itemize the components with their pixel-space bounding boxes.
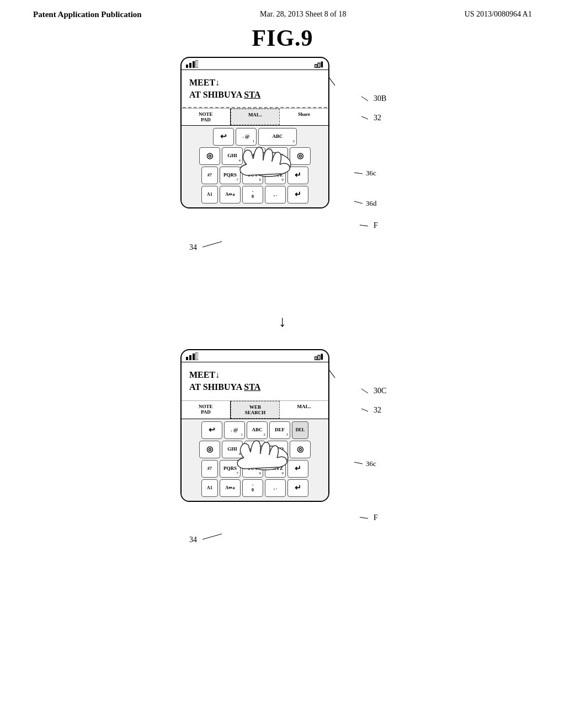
key-del-30c[interactable]: DEL: [292, 421, 308, 439]
keyboard-30c: ↩ . @1 ABC2 DEF3 DEL ◎ GHI4 JKL5 MNO6 ◎: [182, 419, 328, 501]
key-backspace-30c[interactable]: ↵: [287, 479, 308, 497]
svg-text:F: F: [374, 513, 378, 522]
wifi-icon-30c: [314, 352, 324, 360]
svg-rect-63: [318, 355, 320, 360]
key-zero-30c[interactable]: -0: [242, 479, 263, 497]
key-back[interactable]: ↩: [213, 128, 234, 146]
tab-mail-30c[interactable]: MAI...: [280, 401, 328, 419]
diagram-30b: 43 42 44 30B 32 2 36b 36c 36a: [147, 57, 418, 294]
key-hash[interactable]: #?: [201, 167, 218, 184]
key-shift[interactable]: A⇔a: [220, 186, 241, 204]
key-comma-30c[interactable]: , .: [265, 479, 286, 497]
svg-line-25: [202, 242, 222, 247]
key-abc-30c[interactable]: ABC2: [247, 421, 268, 439]
key-circle-left-30c[interactable]: ◎: [199, 441, 220, 458]
key-circle-left[interactable]: ◎: [199, 147, 220, 165]
phone-30b: MEET↓AT SHIBUYA STA NOTEPAD MAI... Share: [180, 57, 329, 208]
key-enter-30c[interactable]: ↵: [287, 460, 308, 478]
key-tuv-30c[interactable]: TUV8: [242, 460, 263, 478]
diagrams-container: 43 42 44 30B 32 2 36b 36c 36a: [0, 57, 565, 586]
svg-rect-61: [196, 352, 198, 360]
svg-text:30C: 30C: [374, 387, 386, 395]
svg-line-21: [354, 201, 363, 204]
key-wxyz-30c[interactable]: WXYZ9: [265, 460, 286, 478]
svg-rect-59: [189, 355, 191, 360]
tab-websearch[interactable]: WEBSEARCH: [231, 401, 280, 419]
key-ghi-30c[interactable]: GHI4: [222, 441, 243, 458]
kb-row-4-30c: A1 A⇔a -0 , . ↵: [184, 479, 326, 497]
header-right: US 2013/0080964 A1: [465, 10, 532, 19]
key-dot-at[interactable]: . @1: [236, 128, 257, 146]
keyboard-30b: ↩ . @1 ABC2 ◎ GHI4 JKL5 MNO6 ◎ #?: [182, 126, 328, 207]
key-back-30c[interactable]: ↩: [201, 421, 222, 439]
svg-text:F: F: [374, 221, 378, 229]
header-left: Patent Application Publication: [33, 10, 142, 19]
tab-mail[interactable]: MAI...: [231, 109, 280, 125]
svg-rect-60: [193, 354, 195, 360]
tab-bar-30c[interactable]: NOTEPAD WEBSEARCH MAI...: [182, 401, 328, 419]
kb-row-2-30b: ◎ GHI4 JKL5 MNO6 ◎: [184, 147, 326, 165]
tab-notepad-30c[interactable]: NOTEPAD: [182, 401, 231, 419]
svg-line-7: [361, 97, 368, 101]
key-enter-top[interactable]: ↵: [287, 167, 308, 184]
status-bar-30b: [182, 58, 328, 70]
swipe-indicator-top: [183, 107, 327, 108]
svg-text:34: 34: [189, 536, 197, 544]
figure-title: FIG.9: [0, 25, 565, 51]
key-ghi[interactable]: GHI4: [222, 147, 243, 165]
svg-rect-30: [315, 64, 317, 67]
svg-text:32: 32: [374, 406, 381, 414]
tab-area-30c[interactable]: NOTEPAD WEBSEARCH MAI...: [182, 401, 328, 419]
kb-row-3-30b: #? PQRS7 TUV8 WXYZ9 ↵: [184, 167, 326, 184]
key-def-30c[interactable]: DEF3: [269, 421, 290, 439]
key-tuv[interactable]: TUV8: [242, 167, 263, 184]
svg-text:34: 34: [189, 243, 197, 251]
tab-bar-30b[interactable]: NOTEPAD MAI... Share: [182, 109, 328, 126]
svg-line-49: [354, 462, 363, 464]
svg-rect-58: [186, 357, 188, 360]
kb-row-4-30b: A1 A⇔a -0 , . ↵: [184, 186, 326, 204]
kb-row-1-30c: ↩ . @1 ABC2 DEF3 DEL: [184, 421, 326, 439]
svg-text:30B: 30B: [374, 94, 386, 103]
svg-rect-28: [193, 61, 195, 68]
key-a1-30c[interactable]: A1: [201, 479, 218, 497]
svg-rect-64: [321, 354, 323, 360]
key-jkl[interactable]: JKL5: [244, 147, 265, 165]
svg-text:36c: 36c: [366, 169, 376, 177]
key-zero[interactable]: -0: [242, 186, 263, 204]
tab-area-30b[interactable]: NOTEPAD MAI... Share: [182, 109, 328, 126]
svg-text:32: 32: [374, 114, 381, 122]
svg-rect-29: [196, 60, 198, 68]
key-a1[interactable]: A1: [201, 186, 218, 204]
key-wxyz[interactable]: WXYZ9: [265, 167, 286, 184]
signal-icon: [186, 60, 198, 68]
tab-notepad[interactable]: NOTEPAD: [182, 109, 231, 125]
key-dot-at-30c[interactable]: . @1: [224, 421, 245, 439]
key-backspace[interactable]: ↵: [287, 186, 308, 204]
kb-row-2-30c: ◎ GHI4 JKL5 MNO6 ◎: [184, 441, 326, 458]
key-pqrs-30c[interactable]: PQRS7: [220, 460, 241, 478]
svg-rect-31: [318, 63, 320, 67]
svg-rect-32: [321, 61, 323, 67]
key-circle-right-30c[interactable]: ◎: [290, 441, 311, 458]
key-mno-30c[interactable]: MNO6: [267, 441, 288, 458]
key-hash-30c[interactable]: #?: [201, 460, 218, 478]
diagram-30c: 43 42 44 30C 32 2 36b 36c 36a: [147, 349, 418, 586]
screen-30c: MEET↓AT SHIBUYA STA: [182, 362, 328, 401]
svg-rect-26: [186, 65, 188, 68]
wifi-icon: [314, 60, 324, 68]
key-jkl-30c[interactable]: JKL5: [244, 441, 265, 458]
screen-text-30b: MEET↓AT SHIBUYA STA: [189, 77, 321, 101]
key-circle-right[interactable]: ◎: [290, 147, 311, 165]
screen-30b: MEET↓AT SHIBUYA STA: [182, 70, 328, 109]
status-bar-30c: [182, 350, 328, 362]
key-shift-30c[interactable]: A⇔a: [220, 479, 241, 497]
tab-share[interactable]: Share: [280, 109, 328, 125]
key-mno[interactable]: MNO6: [267, 147, 288, 165]
svg-line-9: [361, 116, 368, 119]
key-comma[interactable]: , .: [265, 186, 286, 204]
svg-rect-62: [315, 356, 317, 359]
key-pqrs[interactable]: PQRS7: [220, 167, 241, 184]
svg-text:36d: 36d: [366, 199, 377, 207]
key-abc[interactable]: ABC2: [258, 128, 297, 146]
